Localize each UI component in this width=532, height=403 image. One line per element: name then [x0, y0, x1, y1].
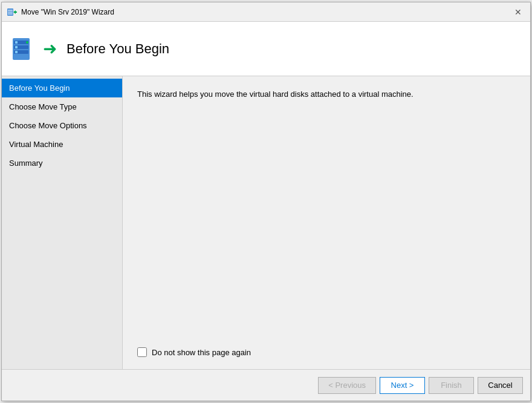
sidebar-item-choose-move-type[interactable]: Choose Move Type — [2, 97, 122, 116]
previous-button[interactable]: < Previous — [318, 377, 376, 394]
title-bar: Move "Win Srv 2019" Wizard ✕ — [2, 2, 530, 22]
content-area: Before You Begin Choose Move Type Choose… — [2, 76, 530, 369]
sidebar-item-summary[interactable]: Summary — [2, 154, 122, 172]
server-icon — [11, 34, 41, 64]
svg-rect-1 — [8, 10, 13, 11]
footer: < Previous Next > Finish Cancel — [2, 369, 530, 401]
svg-marker-4 — [13, 10, 17, 14]
finish-button[interactable]: Finish — [429, 377, 474, 394]
description-text: This wizard helps you move the virtual h… — [137, 88, 516, 100]
svg-rect-10 — [15, 46, 18, 48]
move-arrow-icon: ➜ — [43, 39, 57, 59]
close-button[interactable]: ✕ — [511, 5, 525, 19]
header-title: Before You Begin — [66, 41, 169, 57]
svg-rect-9 — [15, 41, 18, 44]
next-button[interactable]: Next > — [380, 377, 425, 394]
checkbox-area: Do not show this page again — [137, 340, 516, 357]
dont-show-label[interactable]: Do not show this page again — [152, 348, 251, 357]
svg-rect-2 — [8, 11, 13, 13]
title-bar-text: Move "Win Srv 2019" Wizard — [21, 8, 511, 16]
svg-rect-3 — [8, 13, 13, 15]
main-content: This wizard helps you move the virtual h… — [123, 76, 530, 369]
title-bar-icon — [7, 7, 18, 18]
wizard-window: Move "Win Srv 2019" Wizard ✕ ➜ Before Yo… — [1, 2, 531, 401]
sidebar-item-choose-move-options[interactable]: Choose Move Options — [2, 116, 122, 135]
header-section: ➜ Before You Begin — [2, 22, 530, 76]
dont-show-checkbox[interactable] — [137, 347, 147, 357]
sidebar: Before You Begin Choose Move Type Choose… — [2, 76, 123, 369]
sidebar-item-before-you-begin[interactable]: Before You Begin — [2, 79, 122, 97]
cancel-button[interactable]: Cancel — [478, 377, 523, 394]
svg-point-12 — [26, 41, 28, 44]
sidebar-item-virtual-machine[interactable]: Virtual Machine — [2, 135, 122, 154]
header-icon-area: ➜ — [11, 34, 57, 64]
svg-rect-11 — [15, 51, 18, 53]
